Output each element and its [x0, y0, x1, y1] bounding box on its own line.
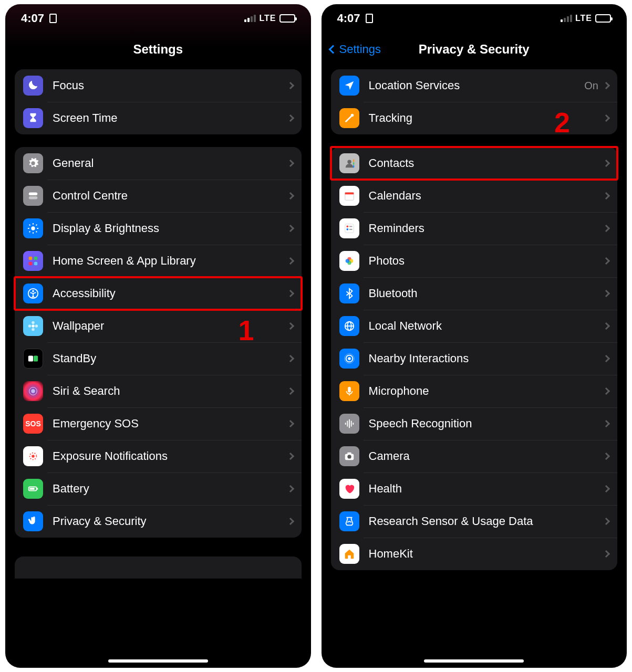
chevron-right-icon: [286, 192, 294, 200]
phone-left: 4:07 LTE Settings FocusScreen Time Gener…: [5, 4, 311, 668]
row-label: Bluetooth: [369, 287, 604, 300]
settings-row[interactable]: Calendars: [331, 180, 618, 212]
row-label: Privacy & Security: [53, 514, 288, 528]
photos-icon: [339, 251, 359, 271]
page-title: Privacy & Security: [419, 42, 530, 57]
svg-rect-53: [348, 387, 351, 393]
settings-row[interactable]: Control Centre: [15, 180, 302, 212]
chevron-right-icon: [603, 257, 610, 265]
svg-point-17: [32, 324, 35, 328]
svg-point-25: [31, 389, 35, 393]
svg-rect-13: [29, 262, 32, 265]
signal-bars-icon: [244, 15, 256, 22]
settings-row[interactable]: Siri & Search: [15, 375, 302, 407]
settings-row[interactable]: Home Screen & App Library: [15, 245, 302, 277]
svg-line-10: [36, 225, 37, 226]
settings-row[interactable]: General: [15, 147, 302, 180]
svg-rect-29: [30, 488, 35, 490]
battery-icon: [23, 479, 43, 499]
settings-row[interactable]: Microphone: [331, 375, 618, 407]
toggles-icon: [23, 186, 43, 206]
siri-icon: [23, 381, 43, 401]
settings-row[interactable]: Exposure Notifications: [15, 440, 302, 472]
home-indicator[interactable]: [424, 659, 524, 663]
camera-icon: [339, 446, 359, 466]
sim-icon: [49, 14, 57, 23]
chevron-right-icon: [603, 550, 610, 558]
battery-icon: [279, 14, 295, 23]
svg-rect-14: [34, 262, 37, 265]
settings-row[interactable]: StandBy: [15, 342, 302, 375]
settings-row[interactable]: Wallpaper: [15, 310, 302, 342]
back-button[interactable]: Settings: [330, 33, 381, 66]
row-label: Exposure Notifications: [53, 449, 288, 463]
row-label: Contacts: [369, 156, 604, 170]
home-indicator[interactable]: [108, 659, 208, 663]
nav-header: Settings Privacy & Security: [322, 33, 627, 66]
chevron-right-icon: [286, 322, 294, 330]
settings-row[interactable]: Speech Recognition: [331, 407, 618, 440]
settings-group: Location ServicesOnTracking: [331, 69, 618, 134]
privacy-list[interactable]: Location ServicesOnTracking ContactsCale…: [322, 66, 627, 591]
row-label: Location Services: [369, 79, 585, 92]
svg-line-7: [29, 225, 30, 226]
settings-row[interactable]: Local Network: [331, 310, 618, 342]
row-label: Screen Time: [53, 111, 288, 125]
svg-line-8: [36, 232, 37, 233]
svg-point-46: [345, 259, 349, 262]
status-bar: 4:07 LTE: [5, 4, 311, 33]
settings-row[interactable]: SOSEmergency SOS: [15, 407, 302, 440]
settings-row[interactable]: Contacts: [331, 147, 618, 180]
row-label: Research Sensor & Usage Data: [369, 514, 604, 528]
location-icon: [339, 76, 359, 96]
settings-row[interactable]: Privacy & Security: [15, 505, 302, 538]
chevron-right-icon: [603, 453, 610, 460]
row-label: Photos: [369, 254, 604, 268]
moon-icon: [23, 76, 43, 96]
chevron-right-icon: [603, 114, 610, 122]
settings-row[interactable]: Health: [331, 472, 618, 505]
svg-point-60: [347, 455, 351, 458]
apps-grid-icon: [23, 251, 43, 271]
home-icon: [339, 544, 359, 564]
svg-point-39: [346, 226, 348, 228]
settings-row[interactable]: Focus: [15, 69, 302, 102]
settings-row[interactable]: Location ServicesOn: [331, 69, 618, 102]
waveform-icon: [339, 414, 359, 434]
row-label: StandBy: [53, 352, 288, 365]
settings-row[interactable]: Tracking: [331, 102, 618, 134]
sim-icon: [366, 14, 373, 23]
settings-row[interactable]: HomeKit: [331, 538, 618, 570]
row-label: Camera: [369, 449, 604, 463]
globe-icon: [339, 316, 359, 336]
settings-row[interactable]: Display & Brightness: [15, 212, 302, 245]
chevron-right-icon: [603, 518, 610, 525]
settings-row[interactable]: Bluetooth: [331, 277, 618, 310]
network-type: LTE: [259, 14, 276, 23]
settings-row[interactable]: Photos: [331, 245, 618, 277]
chevron-right-icon: [603, 290, 610, 297]
svg-point-19: [32, 328, 35, 331]
settings-row[interactable]: Research Sensor & Usage Data: [331, 505, 618, 538]
contacts-icon: [339, 153, 359, 173]
settings-row[interactable]: Nearby Interactions: [331, 342, 618, 375]
settings-row[interactable]: Accessibility: [15, 277, 302, 310]
hand-icon: [23, 511, 43, 531]
svg-point-20: [28, 324, 32, 328]
svg-rect-35: [353, 165, 354, 168]
sos-icon: SOS: [23, 414, 43, 434]
settings-row[interactable]: Screen Time: [15, 102, 302, 134]
row-label: Reminders: [369, 222, 604, 235]
chevron-right-icon: [603, 387, 610, 395]
nav-header: Settings: [5, 33, 311, 66]
svg-rect-0: [29, 193, 38, 196]
settings-row[interactable]: Camera: [331, 440, 618, 472]
chevron-right-icon: [603, 160, 610, 167]
settings-row[interactable]: Reminders: [331, 212, 618, 245]
chevron-right-icon: [286, 257, 294, 265]
settings-list[interactable]: FocusScreen Time GeneralControl CentreDi…: [5, 66, 311, 600]
settings-row[interactable]: Battery: [15, 472, 302, 505]
gear-icon: [23, 153, 43, 173]
svg-rect-61: [347, 453, 351, 455]
svg-point-18: [32, 321, 35, 324]
